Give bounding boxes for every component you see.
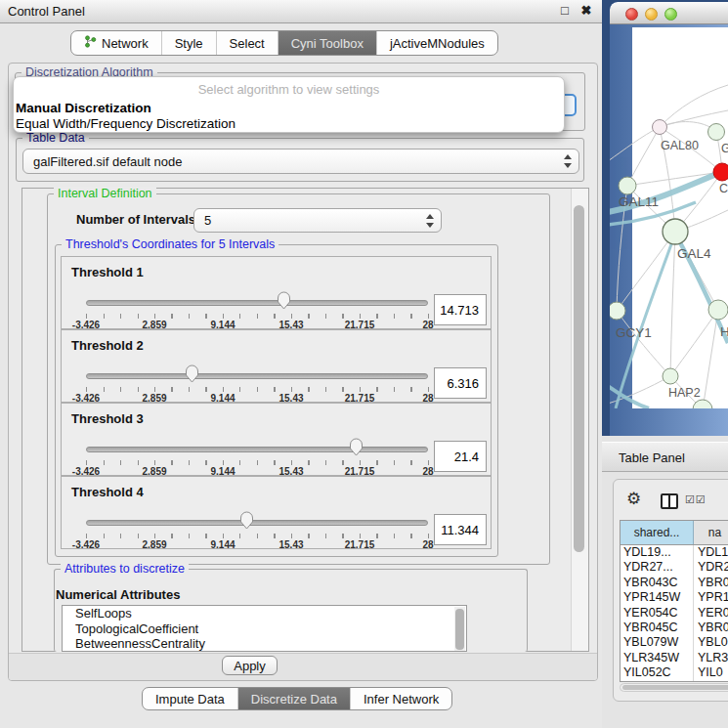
threshold-slider[interactable]: -3.4262.8599.14415.4321.71528 xyxy=(86,512,428,547)
threshold-value-box[interactable]: 14.713 xyxy=(434,294,487,325)
list-scrollbar-track[interactable] xyxy=(454,607,465,652)
table-cell[interactable]: YBR0 xyxy=(694,576,728,590)
threshold-slider[interactable]: -3.4262.8599.14415.4321.71528 xyxy=(86,439,428,474)
node-label-g-partial: GA xyxy=(721,142,728,155)
threshold-slider[interactable]: -3.4262.8599.14415.4321.71528 xyxy=(86,292,428,327)
table-row[interactable]: YIL052CYIL0 xyxy=(621,665,728,680)
network-canvas[interactable]: GAL80 GA C GAL11 GAL4 GCY1 H HAP2 xyxy=(610,24,728,436)
table-row[interactable]: YER054CYER0 xyxy=(621,606,728,621)
node-label-gal80: GAL80 xyxy=(661,139,699,152)
gear-icon[interactable]: ⚙ xyxy=(626,489,641,509)
algorithm-option-equal-width[interactable]: Equal Width/Frequency Discretization xyxy=(16,116,236,131)
table-row[interactable]: YBR045CYBR0 xyxy=(621,621,728,635)
tab-select[interactable]: Select xyxy=(217,31,278,55)
tab-network[interactable]: Network xyxy=(71,31,162,55)
node-red-selected[interactable] xyxy=(713,163,728,181)
tab-cyni-toolbox[interactable]: Cyni Toolbox xyxy=(278,31,377,55)
tab-label: Select xyxy=(230,36,265,51)
table-row[interactable]: YPR145WYPR1 xyxy=(621,590,728,605)
close-icon[interactable]: ✖ xyxy=(578,3,594,18)
table-row[interactable]: YBR043CYBR0 xyxy=(621,576,728,590)
slider-thumb[interactable] xyxy=(185,364,199,383)
table-cell[interactable]: YER054C xyxy=(621,606,694,621)
table-cell[interactable]: YLR3 xyxy=(694,651,728,665)
network-window-titlebar[interactable] xyxy=(610,2,728,24)
column-layout-icon[interactable] xyxy=(661,493,678,509)
table-cell[interactable]: YBR043C xyxy=(621,576,694,590)
attribute-item[interactable]: TopologicalCoefficient xyxy=(63,621,466,637)
threshold-row: Threshold 2 -3.4262.8599.14415.4321.7152… xyxy=(61,329,492,403)
column-header-name[interactable]: na xyxy=(694,521,728,544)
slider-track[interactable] xyxy=(86,300,428,306)
zoom-traffic-light[interactable] xyxy=(664,8,677,21)
threshold-slider[interactable]: -3.4262.8599.14415.4321.71528 xyxy=(86,365,428,401)
table-data-combobox[interactable]: galFiltered.sif default node xyxy=(22,149,579,174)
table-cell[interactable]: YER0 xyxy=(694,606,728,621)
slider-track[interactable] xyxy=(86,447,428,452)
node-h-partial[interactable] xyxy=(708,300,728,320)
threshold-value-box[interactable]: 6.316 xyxy=(434,367,487,399)
threshold-value-box[interactable]: 21.4 xyxy=(434,441,487,472)
column-header-shared-name[interactable]: shared... xyxy=(621,521,694,544)
horizontal-scrollbar-track[interactable] xyxy=(620,683,728,692)
table-row[interactable]: YLR345WYLR3 xyxy=(621,651,728,665)
table-cell[interactable]: YIL0 xyxy=(694,665,728,680)
table-cell[interactable]: YBL0 xyxy=(694,635,728,650)
tab-discretize-data[interactable]: Discretize Data xyxy=(238,688,351,709)
table-cell[interactable]: YPR145W xyxy=(621,590,694,605)
table-row[interactable]: YBL079WYBL0 xyxy=(621,635,728,650)
threshold-row: Threshold 3 -3.4262.8599.14415.4321.7152… xyxy=(61,403,492,476)
restore-icon[interactable]: □ xyxy=(557,3,573,18)
node-hap2[interactable] xyxy=(663,368,678,384)
tab-jactivemnodules[interactable]: jActiveMNodules xyxy=(377,31,497,55)
control-panel: Control Panel □ ✖ Network Style xyxy=(0,0,606,728)
node-gal4[interactable] xyxy=(663,219,688,244)
table-cell[interactable]: YBR0 xyxy=(694,621,728,635)
node-gcy1[interactable] xyxy=(610,302,625,320)
group-title: Interval Definition xyxy=(54,187,156,200)
list-scrollbar-thumb[interactable] xyxy=(455,609,464,650)
table-cell[interactable]: YDL19... xyxy=(621,545,694,560)
tick-label: 9.144 xyxy=(210,539,235,550)
node-gal80[interactable] xyxy=(653,120,667,135)
table-cell[interactable]: YBL079W xyxy=(621,635,694,650)
network-icon xyxy=(84,35,97,51)
table-cell[interactable]: YLR345W xyxy=(621,651,694,665)
checkbox-icons[interactable]: ☑☑ xyxy=(685,493,707,506)
number-of-intervals-label: Number of Intervals xyxy=(76,212,195,227)
tick-label: 2.859 xyxy=(142,539,166,550)
threshold-value-box[interactable]: 11.344 xyxy=(434,514,487,545)
node-table[interactable]: shared... na YDL19...YDL1YDR27...YDR2YBR… xyxy=(620,520,728,682)
minimize-traffic-light[interactable] xyxy=(645,8,658,21)
table-cell[interactable]: YDR27... xyxy=(621,560,694,575)
horizontal-scrollbar-thumb[interactable] xyxy=(622,685,728,690)
apply-button[interactable]: Apply xyxy=(222,656,278,675)
node-g-partial[interactable] xyxy=(708,124,725,141)
table-cell[interactable]: YIL052C xyxy=(621,665,694,680)
slider-track[interactable] xyxy=(86,520,428,526)
top-tab-bar: Network Style Select Cyni Toolbox jActiv… xyxy=(70,30,498,56)
number-of-intervals-combobox[interactable]: 5 xyxy=(193,208,442,233)
attribute-item[interactable]: SelfLoops xyxy=(63,606,466,621)
table-cell[interactable]: YBR045C xyxy=(621,621,694,635)
table-cell[interactable]: YDL1 xyxy=(694,545,728,560)
vertical-scrollbar-thumb[interactable] xyxy=(574,205,584,552)
tab-style[interactable]: Style xyxy=(162,31,217,55)
attributes-list[interactable]: SelfLoops TopologicalCoefficient Between… xyxy=(62,605,467,652)
table-row[interactable]: YDR27...YDR2 xyxy=(621,560,728,575)
table-row[interactable]: YDL19...YDL1 xyxy=(621,545,728,560)
slider-thumb[interactable] xyxy=(349,438,364,456)
close-traffic-light[interactable] xyxy=(625,8,638,21)
slider-thumb[interactable] xyxy=(239,511,254,530)
table-cell[interactable]: YDR2 xyxy=(694,560,728,575)
node-gal11[interactable] xyxy=(619,177,636,194)
slider-thumb[interactable] xyxy=(277,291,291,310)
slider-track[interactable] xyxy=(86,373,428,379)
node-bottom-partial[interactable] xyxy=(693,400,712,419)
algorithm-option-manual[interactable]: Manual Discretization xyxy=(16,101,151,115)
tab-infer-network[interactable]: Infer Network xyxy=(351,688,451,709)
attribute-item[interactable]: BetweennessCentrality xyxy=(63,636,466,652)
network-view-window[interactable]: GAL80 GA C GAL11 GAL4 GCY1 H HAP2 xyxy=(610,2,728,436)
tab-impute-data[interactable]: Impute Data xyxy=(143,688,238,709)
table-cell[interactable]: YPR1 xyxy=(694,590,728,605)
